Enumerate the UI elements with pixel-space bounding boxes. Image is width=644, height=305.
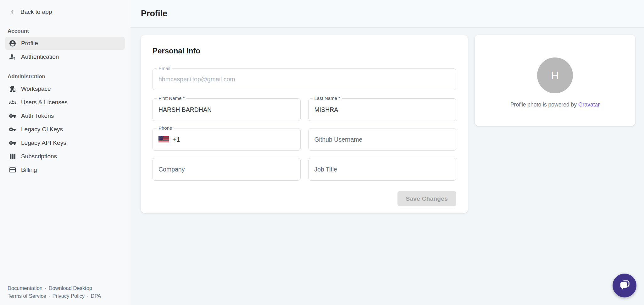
footer-link-privacy[interactable]: Privacy Policy xyxy=(52,293,85,299)
gravatar-caption-text: Profile photo is powered by xyxy=(510,101,577,108)
first-name-input[interactable] xyxy=(158,106,295,113)
sidebar-item-label: Subscriptions xyxy=(21,153,57,160)
groups-icon xyxy=(9,99,16,106)
last-name-label: Last Name * xyxy=(313,95,342,101)
footer-link-terms[interactable]: Terms of Service xyxy=(8,293,46,299)
personal-info-form: Email First Name * Last Name * Phone xyxy=(153,68,456,206)
sidebar-item-workspace[interactable]: Workspace xyxy=(5,82,125,95)
building-icon xyxy=(9,85,16,93)
sidebar-item-users-licenses[interactable]: Users & Licenses xyxy=(5,96,125,109)
key-icon xyxy=(9,126,16,133)
phone-github-row: Phone +1 xyxy=(153,128,456,151)
back-to-app-button[interactable]: Back to app xyxy=(0,0,130,15)
sidebar-item-authentication[interactable]: Authentication xyxy=(5,50,125,63)
footer-separator: · xyxy=(48,293,50,299)
sidebar-item-label: Profile xyxy=(21,40,38,47)
footer-row-1: Documentation·Download Desktop xyxy=(8,284,101,292)
page-header: Profile xyxy=(130,0,644,28)
key-icon xyxy=(9,112,16,120)
sidebar-item-label: Legacy API Keys xyxy=(21,139,66,146)
github-username-input[interactable] xyxy=(314,136,451,143)
footer-link-dpa[interactable]: DPA xyxy=(91,293,101,299)
sidebar-item-subscriptions[interactable]: Subscriptions xyxy=(5,150,125,163)
sidebar-item-label: Auth Tokens xyxy=(21,112,54,119)
github-username-field xyxy=(308,128,457,151)
name-row: First Name * Last Name * xyxy=(153,98,456,121)
company-input[interactable] xyxy=(158,166,295,173)
last-name-input[interactable] xyxy=(314,106,451,113)
personal-info-card: Personal Info Email First Name * Last Na… xyxy=(141,35,468,213)
person-circle-icon xyxy=(9,40,16,47)
sidebar-footer: Documentation·Download Desktop Terms of … xyxy=(8,284,101,300)
sidebar-item-auth-tokens[interactable]: Auth Tokens xyxy=(5,109,125,123)
save-changes-button[interactable]: Save Changes xyxy=(397,191,457,206)
email-label: Email xyxy=(157,66,172,71)
chevron-left-icon xyxy=(9,8,16,15)
sidebar-item-label: Legacy CI Keys xyxy=(21,126,63,133)
footer-link-documentation[interactable]: Documentation xyxy=(8,285,42,291)
chat-bubble-icon xyxy=(618,279,631,292)
section-title-administration: Administration xyxy=(8,74,122,80)
back-to-app-label: Back to app xyxy=(20,8,52,15)
sidebar-item-label: Billing xyxy=(21,166,37,173)
us-flag-icon[interactable] xyxy=(158,136,169,143)
avatar: H xyxy=(537,57,573,93)
sidebar-item-legacy-api-keys[interactable]: Legacy API Keys xyxy=(5,136,125,150)
footer-separator: · xyxy=(87,293,89,299)
email-input xyxy=(158,76,450,83)
phone-input[interactable] xyxy=(183,136,294,143)
columns-icon xyxy=(9,153,16,160)
job-title-input[interactable] xyxy=(314,166,451,173)
footer-row-2: Terms of Service·Privacy Policy·DPA xyxy=(8,292,101,300)
person-key-icon xyxy=(9,53,16,61)
key-icon xyxy=(9,139,16,147)
footer-separator: · xyxy=(45,285,47,291)
sidebar-item-legacy-ci-keys[interactable]: Legacy CI Keys xyxy=(5,123,125,136)
company-job-row xyxy=(153,158,456,181)
personal-info-title: Personal Info xyxy=(153,46,456,55)
sidebar-item-label: Workspace xyxy=(21,85,51,92)
sidebar-item-billing[interactable]: Billing xyxy=(5,163,125,177)
dial-code: +1 xyxy=(173,136,180,143)
gravatar-caption: Profile photo is powered byGravatar xyxy=(475,101,635,108)
chat-widget-button[interactable] xyxy=(613,274,636,297)
sidebar-item-label: Users & Licenses xyxy=(21,99,68,106)
section-title-account: Account xyxy=(8,28,122,34)
footer-link-download-desktop[interactable]: Download Desktop xyxy=(48,285,92,291)
page-title: Profile xyxy=(141,9,167,19)
main-area: Profile Personal Info Email First Name *… xyxy=(130,0,644,305)
job-title-field xyxy=(308,158,457,181)
company-field xyxy=(153,158,301,181)
email-field: Email xyxy=(153,68,456,90)
last-name-field: Last Name * xyxy=(308,98,457,121)
sidebar-item-label: Authentication xyxy=(21,53,59,60)
sidebar: Back to app Account Profile Authenticati… xyxy=(0,0,130,305)
phone-label: Phone xyxy=(157,125,174,131)
gravatar-card: H Profile photo is powered byGravatar xyxy=(475,35,635,126)
phone-field: Phone +1 xyxy=(153,128,301,151)
first-name-field: First Name * xyxy=(153,98,301,121)
credit-card-icon xyxy=(9,166,16,174)
first-name-label: First Name * xyxy=(157,95,186,101)
gravatar-link[interactable]: Gravatar xyxy=(578,101,600,108)
sidebar-item-profile[interactable]: Profile xyxy=(5,37,125,50)
form-actions: Save Changes xyxy=(153,191,456,206)
